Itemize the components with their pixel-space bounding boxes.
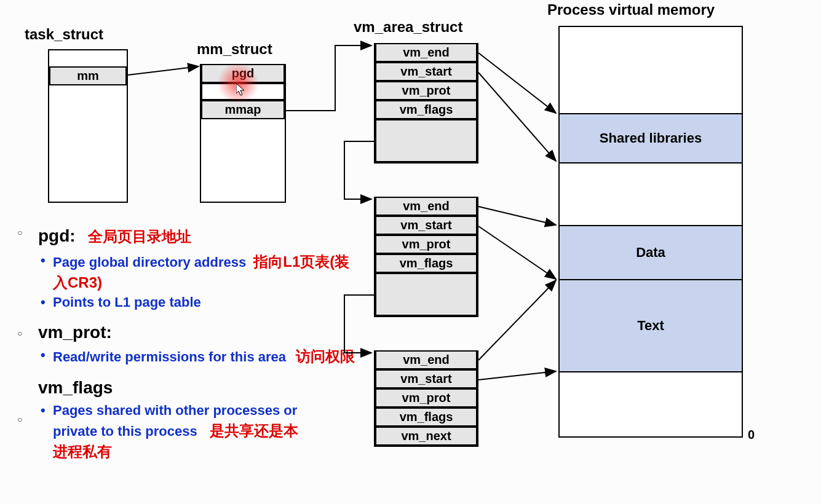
mm-struct-field-mmap: mmap bbox=[201, 100, 285, 119]
vma1-vm-prot: vm_prot bbox=[375, 81, 477, 100]
svg-line-6 bbox=[478, 371, 556, 380]
pgd-red-1: 全局页目录地址 bbox=[88, 228, 191, 245]
vmprot-red: 访问权限 bbox=[296, 348, 355, 364]
pgd-bullet-1: Page global directory address 指向L1页表(装入C… bbox=[38, 251, 358, 293]
vma1-vm-start: vm_start bbox=[375, 62, 477, 81]
vmflags-heading: vm_flags bbox=[38, 378, 358, 398]
task-struct-field-mm: mm bbox=[49, 66, 127, 85]
vm-area-struct-label: vm_area_struct bbox=[354, 18, 462, 36]
svg-line-2 bbox=[478, 73, 556, 161]
vmprot-bullet-1: Read/write permissions for this area 访问权… bbox=[38, 346, 358, 367]
pgd-bullet-2: Points to L1 page table bbox=[38, 293, 358, 312]
vma3-vm-flags: vm_flags bbox=[375, 408, 477, 427]
vma2-vm-flags: vm_flags bbox=[375, 254, 477, 273]
notes-block: pgd: 全局页目录地址 Page global directory addre… bbox=[38, 226, 358, 462]
svg-line-0 bbox=[128, 66, 199, 75]
vmprot-heading: vm_prot: bbox=[38, 323, 358, 342]
vm-area-box-1: vm_end vm_start vm_prot vm_flags bbox=[374, 43, 478, 163]
vma3-vm-next: vm_next bbox=[375, 427, 477, 446]
process-virtual-memory-title: Process virtual memory bbox=[547, 1, 715, 18]
svg-line-1 bbox=[478, 53, 556, 113]
vma2-vm-end: vm_end bbox=[375, 198, 477, 216]
vma2-vm-start: vm_start bbox=[375, 216, 477, 235]
mem-data: Data bbox=[560, 225, 742, 280]
vma3-vm-prot: vm_prot bbox=[375, 388, 477, 408]
pgd-heading: pgd: bbox=[38, 226, 76, 245]
task-struct-label: task_struct bbox=[25, 26, 103, 43]
bullet-circle-2: ○ bbox=[17, 328, 22, 338]
memory-column: Shared libraries Data Text bbox=[558, 26, 743, 438]
bullet-circle-1: ○ bbox=[17, 227, 22, 237]
vma3-vm-end: vm_end bbox=[375, 352, 477, 369]
svg-line-4 bbox=[478, 226, 556, 279]
vm-area-box-3: vm_end vm_start vm_prot vm_flags vm_next bbox=[374, 350, 478, 447]
bullet-circle-3: ○ bbox=[17, 414, 22, 424]
mem-text: Text bbox=[560, 280, 742, 372]
vmflags-bullet-1: Pages shared with other processes or pri… bbox=[38, 401, 303, 462]
mem-zero-label: 0 bbox=[748, 428, 755, 442]
vma2-vm-prot: vm_prot bbox=[375, 235, 477, 254]
svg-line-5 bbox=[478, 280, 556, 360]
task-struct-box: mm bbox=[48, 49, 128, 203]
mm-struct-box: pgd mmap bbox=[200, 64, 286, 203]
mem-shared-libraries: Shared libraries bbox=[560, 113, 742, 163]
vma1-vm-end: vm_end bbox=[375, 44, 477, 62]
vma3-vm-start: vm_start bbox=[375, 369, 477, 388]
mm-struct-field-pgd: pgd bbox=[201, 65, 285, 83]
vm-area-box-2: vm_end vm_start vm_prot vm_flags bbox=[374, 197, 478, 317]
mm-struct-label: mm_struct bbox=[197, 41, 272, 58]
svg-line-3 bbox=[478, 207, 556, 225]
vma1-vm-flags: vm_flags bbox=[375, 100, 477, 119]
